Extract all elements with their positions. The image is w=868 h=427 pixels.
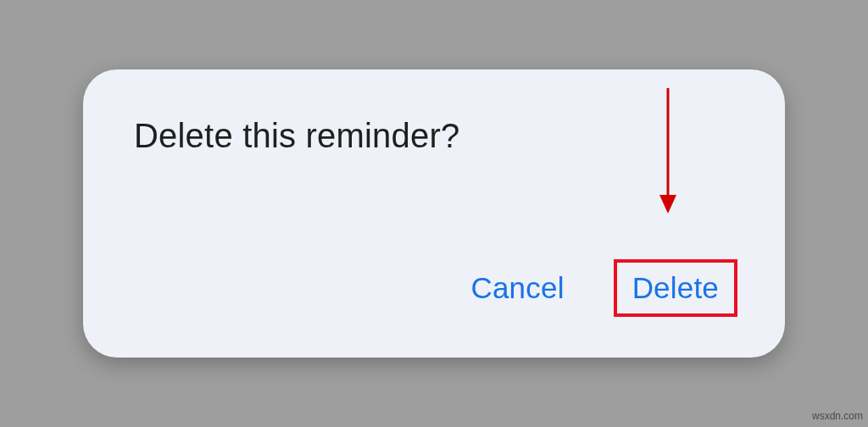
dialog-actions: Cancel Delete [134,259,737,317]
confirm-dialog: Delete this reminder? Cancel Delete [83,69,785,358]
svg-marker-1 [659,195,676,214]
dialog-title: Delete this reminder? [134,117,737,155]
watermark: wsxdn.com [812,410,863,422]
delete-button[interactable]: Delete [614,259,737,317]
cancel-button[interactable]: Cancel [455,259,579,317]
